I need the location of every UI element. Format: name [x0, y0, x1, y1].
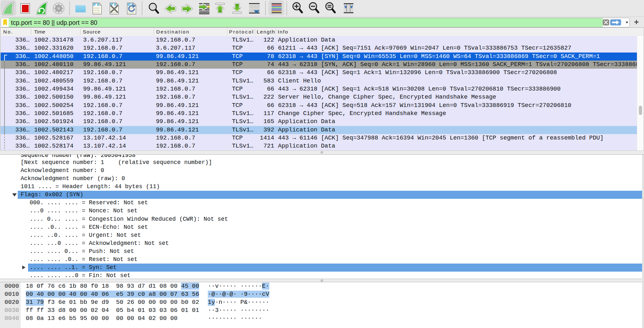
svg-text:01110: 01110	[94, 12, 100, 14]
svg-text:01101: 01101	[94, 9, 100, 12]
svg-text:01110: 01110	[128, 12, 134, 14]
svg-text:01010: 01010	[94, 7, 100, 9]
